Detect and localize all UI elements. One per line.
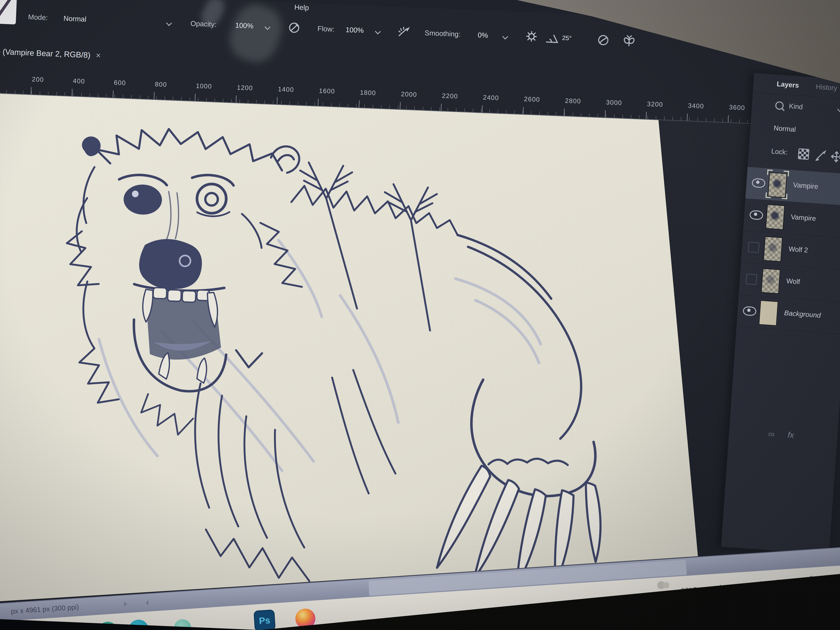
- taskbar-photoshop-icon[interactable]: Ps: [254, 609, 276, 630]
- opacity-chevron-down-icon[interactable]: [265, 25, 270, 30]
- layer-thumbnail[interactable]: [768, 172, 787, 198]
- lock-paint-brush-icon[interactable]: [815, 149, 827, 162]
- layer-thumbnail[interactable]: [759, 300, 778, 326]
- ruler-tick: 200: [32, 76, 44, 84]
- visibility-eye-icon[interactable]: [752, 178, 766, 188]
- blend-mode-dropdown[interactable]: Normal: [773, 124, 796, 133]
- ruler-tick: 2800: [565, 97, 581, 105]
- blend-mode-row: Normal: [750, 119, 840, 145]
- visibility-eye-icon[interactable]: [749, 210, 763, 220]
- ruler-tick: 2400: [483, 94, 499, 102]
- filter-chevron-down-icon[interactable]: [837, 107, 840, 112]
- flow-label: Flow:: [317, 25, 335, 33]
- visibility-toggle-empty[interactable]: [745, 274, 757, 285]
- mode-label: Mode:: [28, 13, 48, 22]
- tab-history[interactable]: History: [816, 83, 837, 92]
- airbrush-icon[interactable]: [397, 25, 410, 39]
- layer-filter-row: Kind: [751, 96, 840, 122]
- canvas-artwork: [8, 98, 650, 598]
- ruler-tick: 1600: [319, 87, 335, 95]
- lock-row: Lock:: [748, 142, 840, 169]
- ruler-tick: 800: [155, 81, 167, 88]
- lock-label: Lock:: [771, 147, 788, 156]
- ruler-tick: 3400: [688, 102, 704, 110]
- brush-angle-value[interactable]: 25°: [562, 35, 572, 42]
- document-dimensions-text: px x 4961 px (300 ppi): [11, 603, 79, 616]
- search-icon: [775, 101, 784, 110]
- smoothing-gear-icon[interactable]: [525, 30, 538, 44]
- photo-of-monitor: Help Mode: Normal Opacity: 100% Flow: 10…: [0, 0, 840, 630]
- monitor-screen: Help Mode: Normal Opacity: 100% Flow: 10…: [0, 0, 840, 630]
- ruler-tick: 3600: [729, 104, 745, 112]
- ruler-tick: 1000: [196, 82, 212, 90]
- opacity-value[interactable]: 100%: [235, 21, 253, 30]
- ruler-tick: 400: [73, 77, 85, 85]
- status-prev-icon[interactable]: ‹: [145, 597, 149, 607]
- layer-name[interactable]: Vampire: [793, 181, 818, 190]
- layer-fx-icon[interactable]: fx: [788, 430, 794, 440]
- mode-chevron-down-icon[interactable]: [166, 21, 171, 25]
- opacity-label: Opacity:: [190, 19, 217, 28]
- ruler-tick: 2000: [401, 90, 417, 98]
- ruler-tick: 1200: [237, 84, 253, 92]
- layer-thumbnail[interactable]: [766, 204, 785, 230]
- brush-angle-icon[interactable]: [545, 33, 559, 45]
- ruler-tick: 2200: [442, 92, 458, 100]
- visibility-eye-icon[interactable]: [743, 306, 757, 316]
- layer-name[interactable]: Wolf: [786, 277, 800, 286]
- layer-name[interactable]: Background: [784, 309, 821, 319]
- layer-row[interactable]: Background: [736, 295, 840, 335]
- layer-name[interactable]: Vampire: [791, 213, 816, 223]
- smoothing-chevron-down-icon[interactable]: [503, 35, 507, 39]
- status-next-icon[interactable]: ›: [123, 598, 127, 609]
- link-layers-icon[interactable]: ∞: [768, 428, 775, 439]
- photoshop-badge-label: Ps: [259, 615, 270, 626]
- layer-name[interactable]: Wolf 2: [788, 245, 808, 254]
- ruler-tick: 1400: [278, 85, 294, 93]
- mode-dropdown[interactable]: Normal: [63, 14, 87, 23]
- layers-panel-footer: ∞ fx: [728, 424, 838, 448]
- ruler-tick: 3000: [606, 98, 622, 107]
- brush-preset-icon[interactable]: [0, 0, 17, 24]
- opacity-pressure-icon[interactable]: [288, 22, 300, 35]
- ruler-tick: 2600: [524, 95, 540, 104]
- menu-item-help[interactable]: Help: [294, 3, 309, 12]
- flow-chevron-down-icon[interactable]: [375, 29, 380, 34]
- lock-transparency-icon[interactable]: [798, 148, 810, 160]
- filter-kind-dropdown[interactable]: Kind: [789, 102, 803, 111]
- layer-thumbnail[interactable]: [763, 236, 783, 262]
- tab-layers[interactable]: Layers: [777, 80, 799, 89]
- close-tab-icon[interactable]: ×: [96, 51, 101, 60]
- ruler-tick: 600: [114, 79, 126, 87]
- flow-value[interactable]: 100%: [346, 25, 364, 35]
- size-pressure-icon[interactable]: [597, 34, 609, 47]
- document-tab-title: % (Vampire Bear 2, RGB/8): [0, 47, 91, 60]
- smoothing-value[interactable]: 0%: [478, 31, 488, 39]
- paint-symmetry-butterfly-icon[interactable]: [622, 35, 636, 49]
- smoothing-label: Smoothing:: [425, 29, 461, 38]
- visibility-toggle-empty[interactable]: [748, 242, 759, 253]
- layer-thumbnail[interactable]: [761, 268, 780, 294]
- lock-position-move-icon[interactable]: [830, 150, 840, 164]
- ruler-tick: 3200: [647, 100, 663, 108]
- ruler-tick: 1800: [360, 89, 376, 97]
- document-tab[interactable]: % (Vampire Bear 2, RGB/8)×: [0, 46, 101, 60]
